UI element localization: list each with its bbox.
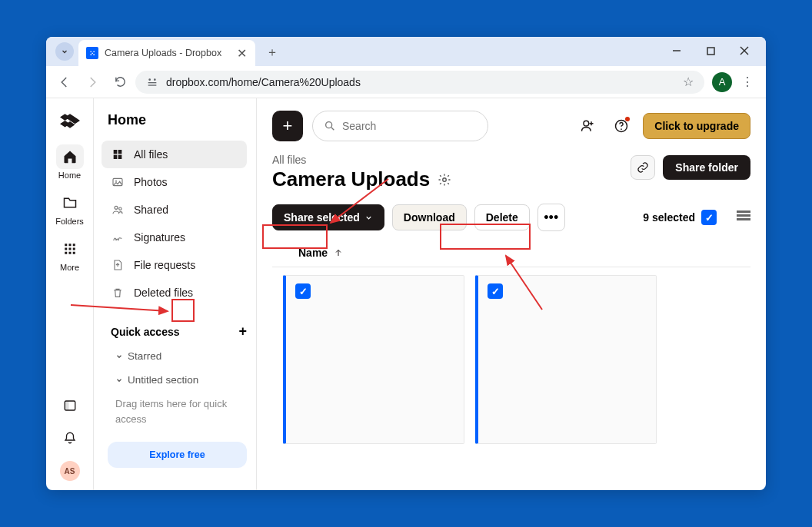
- invite-icon[interactable]: [575, 114, 600, 138]
- svg-point-25: [115, 206, 118, 209]
- breadcrumb[interactable]: All files: [272, 154, 451, 166]
- notifications-icon[interactable]: [59, 427, 81, 449]
- new-tab-button[interactable]: ＋: [261, 41, 283, 63]
- svg-rect-8: [65, 244, 67, 246]
- apps-grid-icon: [63, 242, 77, 256]
- name-column-header[interactable]: Name: [298, 247, 328, 259]
- chevron-down-icon: [115, 353, 123, 360]
- svg-point-24: [115, 181, 117, 182]
- browser-menu-button[interactable]: ⋮: [735, 70, 760, 94]
- dropbox-logo[interactable]: [59, 111, 81, 132]
- sidebar-label: More: [60, 263, 79, 272]
- close-tab-icon[interactable]: ✕: [235, 47, 248, 59]
- nav-link-label: Signatures: [134, 231, 185, 244]
- tab-search-button[interactable]: [55, 42, 74, 61]
- user-avatar[interactable]: AS: [60, 461, 80, 481]
- nav-link-all-files[interactable]: All files: [102, 141, 247, 168]
- nav-title: Home: [102, 109, 256, 141]
- svg-rect-7: [148, 85, 157, 85]
- bookmark-star-icon[interactable]: ☆: [683, 75, 694, 89]
- signature-icon: [111, 231, 125, 244]
- back-button[interactable]: [52, 70, 77, 94]
- svg-line-28: [331, 128, 334, 130]
- explore-free-card[interactable]: Explore free: [108, 442, 247, 468]
- nav-link-shared[interactable]: Shared: [102, 196, 247, 224]
- share-selected-button[interactable]: Share selected: [272, 204, 384, 230]
- svg-rect-1: [707, 48, 714, 55]
- reload-button[interactable]: [108, 70, 132, 94]
- select-all-checkbox[interactable]: ✓: [701, 210, 717, 225]
- maximize-button[interactable]: [695, 40, 726, 61]
- nav-link-file-requests[interactable]: File requests: [102, 251, 247, 279]
- photo-icon: [111, 176, 125, 188]
- nav-link-label: All files: [134, 148, 168, 161]
- svg-point-32: [443, 177, 447, 181]
- create-button[interactable]: +: [272, 111, 303, 141]
- nav-link-label: Shared: [134, 204, 168, 216]
- browser-profile-avatar[interactable]: A: [712, 72, 732, 92]
- untitled-section-toggle[interactable]: Untitled section: [102, 368, 256, 392]
- nav-link-photos[interactable]: Photos: [102, 168, 247, 196]
- svg-rect-18: [65, 401, 68, 410]
- more-actions-button[interactable]: •••: [537, 204, 565, 231]
- add-quick-access-icon[interactable]: +: [238, 323, 247, 340]
- file-checkbox[interactable]: ✓: [295, 283, 311, 299]
- nav-panel: Home All files Photos Shared Signatures …: [94, 98, 257, 490]
- copy-link-button[interactable]: [631, 155, 655, 180]
- svg-point-27: [326, 122, 332, 128]
- forward-button[interactable]: [80, 70, 105, 94]
- column-header-row: Name: [272, 236, 750, 267]
- address-bar: dropbox.com/home/Camera%20Uploads ☆ A ⋮: [46, 66, 766, 98]
- close-window-button[interactable]: [729, 40, 760, 61]
- svg-rect-22: [118, 155, 122, 159]
- page-title: Camera Uploads: [272, 167, 430, 191]
- svg-point-29: [584, 121, 589, 126]
- svg-rect-20: [118, 150, 122, 154]
- svg-rect-21: [114, 155, 118, 159]
- search-icon: [324, 120, 336, 132]
- nav-link-signatures[interactable]: Signatures: [102, 224, 247, 251]
- sort-asc-icon[interactable]: [334, 248, 343, 257]
- file-card[interactable]: ✓: [283, 275, 464, 444]
- selection-count[interactable]: 9 selected ✓: [637, 207, 723, 228]
- share-folder-button[interactable]: Share folder: [663, 155, 750, 180]
- svg-point-5: [154, 78, 156, 81]
- dropbox-favicon: ⁙: [86, 47, 98, 59]
- upgrade-button[interactable]: Click to upgrade: [643, 113, 750, 139]
- panel-toggle-icon[interactable]: [59, 395, 81, 416]
- notification-dot: [625, 117, 630, 121]
- search-input[interactable]: [312, 111, 488, 141]
- url-text: dropbox.com/home/Camera%20Uploads: [166, 76, 675, 88]
- url-input[interactable]: dropbox.com/home/Camera%20Uploads ☆: [135, 71, 704, 94]
- search-field[interactable]: [342, 120, 477, 132]
- svg-rect-14: [65, 252, 67, 254]
- starred-toggle[interactable]: Starred: [102, 344, 256, 368]
- browser-tab[interactable]: ⁙ Camera Uploads - Dropbox ✕: [78, 40, 255, 66]
- sidebar-label: Home: [58, 171, 81, 180]
- home-icon: [62, 149, 78, 164]
- svg-rect-10: [72, 244, 75, 246]
- help-icon[interactable]: [609, 114, 634, 138]
- sidebar-item-home[interactable]: Home: [52, 140, 88, 184]
- browser-tab-strip: ⁙ Camera Uploads - Dropbox ✕ ＋: [46, 37, 766, 66]
- site-info-icon[interactable]: [146, 76, 158, 88]
- thin-sidebar: Home Folders More AS: [46, 98, 94, 490]
- nav-link-label: Photos: [134, 176, 168, 188]
- minimize-button[interactable]: [661, 40, 692, 61]
- file-checkbox[interactable]: ✓: [488, 283, 503, 299]
- nav-link-deleted[interactable]: Deleted files: [102, 279, 247, 307]
- svg-rect-16: [72, 252, 75, 254]
- svg-point-31: [621, 128, 622, 130]
- svg-rect-19: [114, 150, 118, 154]
- sidebar-item-folders[interactable]: Folders: [52, 186, 88, 230]
- main-content: + Click to upgrade All files Camera Uplo…: [257, 98, 766, 490]
- tab-title: Camera Uploads - Dropbox: [105, 48, 229, 58]
- view-grid-button[interactable]: [737, 210, 750, 224]
- settings-gear-icon[interactable]: [438, 173, 451, 187]
- sidebar-item-more[interactable]: More: [52, 232, 88, 277]
- svg-rect-12: [68, 248, 71, 250]
- file-card[interactable]: ✓: [475, 275, 657, 444]
- download-button[interactable]: Download: [392, 204, 467, 230]
- svg-rect-9: [68, 244, 71, 246]
- delete-button[interactable]: Delete: [474, 204, 530, 230]
